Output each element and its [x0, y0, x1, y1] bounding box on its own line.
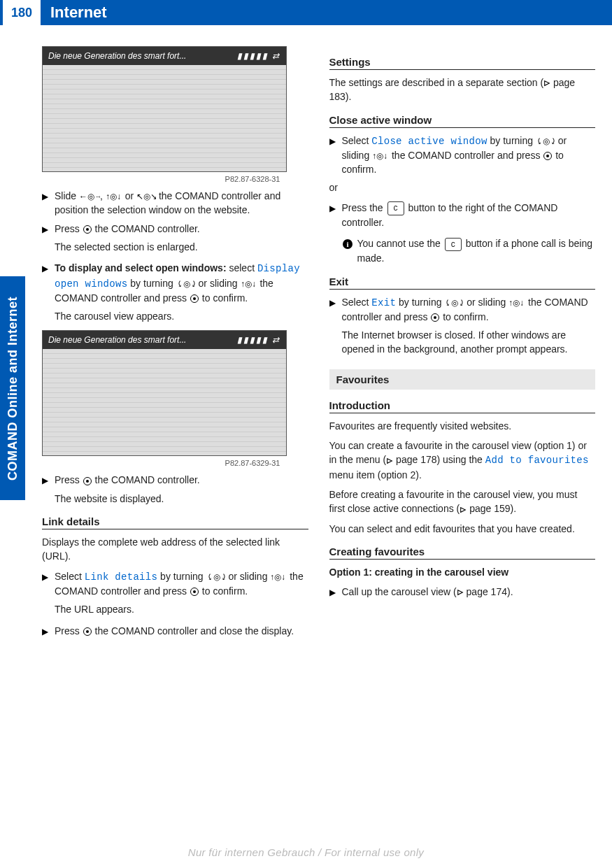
paragraph: Displays the complete web address of the…	[42, 535, 308, 564]
press-icon	[190, 587, 199, 597]
figure-id: P82.87-6329-31	[42, 459, 280, 467]
press-icon	[543, 151, 553, 161]
reference-icon	[386, 457, 393, 464]
content: Die neue Generation des smart fort...▮▮▮…	[0, 25, 612, 642]
result-text: The selected section is enlarged.	[55, 240, 308, 254]
step: ▶ Press the c button to the right of the…	[329, 201, 596, 229]
page-title: Internet	[50, 3, 107, 22]
step: ▶ To display and select open windows: se…	[42, 261, 308, 305]
watermark: Nur für internen Gebrauch / For internal…	[0, 846, 612, 858]
step: ▶ Select Close active window by turning …	[329, 134, 596, 177]
slide-vertical-icon	[372, 151, 389, 161]
key-c: c	[445, 238, 462, 252]
result-text: The URL appears.	[55, 602, 308, 616]
paragraph: Favourites are frequently visited websit…	[329, 419, 596, 433]
screenshot-2: Die neue Generation des smart fort...▮▮▮…	[42, 330, 287, 456]
step: ▶ Select Link details by turning or slid…	[42, 569, 308, 599]
screenshot-1: Die neue Generation des smart fort...▮▮▮…	[42, 46, 287, 172]
menu-item: Exit	[371, 297, 396, 308]
press-icon	[430, 313, 440, 322]
reference-icon	[543, 80, 550, 87]
press-icon	[83, 627, 92, 636]
option-title: Option 1: creating in the carousel view	[329, 565, 596, 579]
slide-diagonal-icon	[136, 192, 156, 201]
step: ▶ Slide , or the COMAND controller and p…	[42, 189, 308, 218]
slide-vertical-icon	[106, 192, 122, 201]
press-icon	[83, 476, 92, 486]
slide-vertical-icon	[508, 298, 525, 308]
step: ▶ Press the COMAND controller.	[42, 473, 308, 487]
result-text: The website is displayed.	[55, 492, 308, 506]
step: ▶ Press the COMAND controller and close …	[42, 624, 308, 638]
signal-icon: ▮▮▮▮▮ ⇄	[237, 51, 280, 61]
subheading: Close active window	[329, 114, 596, 128]
turn-icon	[206, 572, 226, 582]
menu-item: Close active window	[371, 136, 487, 147]
reference-icon	[460, 506, 467, 513]
key-c: c	[387, 201, 404, 215]
page-header: 180 Internet	[0, 0, 612, 25]
paragraph: You can create a favourite in the carous…	[329, 439, 596, 482]
subheading: Link details	[42, 515, 308, 529]
step: ▶ Press the COMAND controller.	[42, 222, 308, 236]
reference-icon	[457, 589, 464, 596]
side-tab: COMAND Online and Internet	[0, 276, 25, 500]
paragraph: You can select and edit favourites that …	[329, 522, 596, 536]
info-note: You cannot use the c button if a phone c…	[342, 236, 596, 265]
slide-horizontal-icon	[79, 192, 100, 201]
turn-icon	[444, 298, 464, 308]
paragraph: The settings are described in a separate…	[329, 76, 596, 104]
press-icon	[190, 294, 199, 304]
turn-icon	[536, 136, 555, 146]
left-column: Die neue Generation des smart fort...▮▮▮…	[42, 46, 308, 642]
paragraph: Before creating a favourite in the carou…	[329, 488, 596, 516]
menu-item: Add to favourites	[485, 455, 589, 466]
result-text: The carousel view appears.	[55, 309, 308, 323]
result-text: The Internet browser is closed. If other…	[342, 328, 596, 357]
slide-vertical-icon	[270, 572, 287, 582]
step: ▶ Call up the carousel view ( page 174).	[329, 585, 596, 599]
subheading: Introduction	[329, 399, 596, 413]
menu-item: Link details	[85, 571, 157, 583]
press-icon	[83, 225, 92, 234]
signal-icon: ▮▮▮▮▮ ⇄	[237, 335, 280, 345]
page-number: 180	[3, 0, 41, 25]
subheading: Settings	[329, 56, 596, 70]
figure-caption: Die neue Generation des smart fort...	[48, 51, 186, 61]
figure-caption: Die neue Generation des smart fort...	[48, 335, 186, 345]
subheading: Exit	[329, 276, 596, 290]
step: ▶ Select Exit by turning or sliding the …	[329, 295, 596, 325]
turn-icon	[176, 279, 196, 289]
subheading: Creating favourites	[329, 546, 596, 560]
figure-id: P82.87-6328-31	[42, 175, 280, 183]
or-text: or	[329, 180, 596, 194]
info-icon	[342, 239, 353, 250]
right-column: Settings The settings are described in a…	[329, 46, 596, 642]
slide-vertical-icon	[241, 279, 257, 289]
section-heading: Favourites	[329, 369, 596, 390]
